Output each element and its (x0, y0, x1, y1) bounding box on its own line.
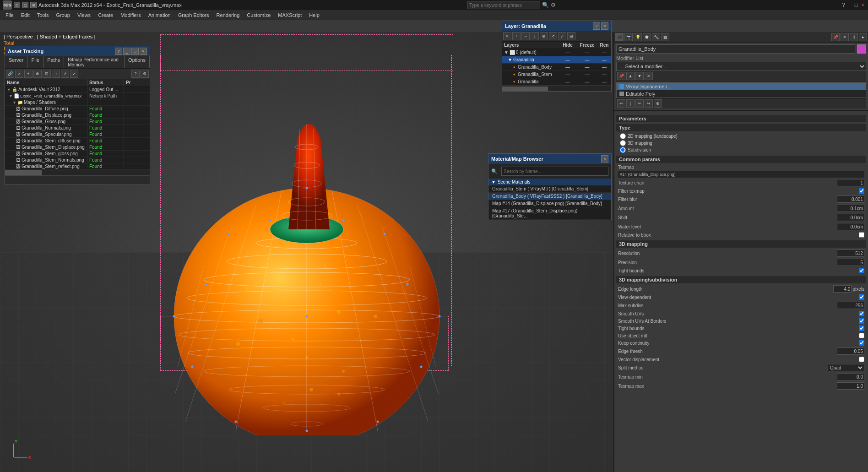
layer-help-button[interactable]: ? (593, 22, 600, 30)
layer-item-stem[interactable]: 🔸 Granadilla_Stem — — — (502, 71, 611, 78)
menu-group[interactable]: Group (52, 11, 74, 19)
radio-subdivision-input[interactable] (620, 147, 626, 153)
asset-menu-bitmap[interactable]: Bitmap Performance and Memory (64, 56, 125, 68)
asset-tool-8[interactable]: ↙ (70, 70, 78, 78)
help-button[interactable]: ? (841, 2, 846, 8)
layer-hide-stem[interactable]: — (559, 71, 577, 78)
layer-close-button[interactable]: × (601, 22, 608, 30)
layer-tree[interactable]: ▼ ⬜ 0 (default) — — — ▼ Granadilla — — —… (502, 49, 611, 86)
rt-icon-info[interactable]: ℹ (850, 33, 858, 41)
use-object-mtl-checkbox[interactable] (859, 333, 864, 338)
mat-item-stem[interactable]: Granadilla_Stem ( VRayMtl ) [Granadilla_… (488, 185, 611, 193)
layer-ren-granadilla2[interactable]: — (597, 78, 611, 85)
radio-3d-mapping[interactable]: 3D mapping (620, 140, 863, 146)
radio-3d-mapping-input[interactable] (620, 140, 626, 146)
layer-hide-default[interactable]: — (559, 49, 577, 56)
title-bar-window-controls[interactable]: ⊡ ◻ ⊞ (14, 2, 37, 8)
texture-chan-value[interactable]: 1 (837, 179, 864, 186)
resolution-value[interactable]: 512 (837, 250, 864, 257)
smooth-uvs-checkbox[interactable] (859, 311, 864, 316)
menu-file[interactable]: File (2, 11, 17, 19)
asset-row-displace[interactable]: 🖼 Granadilla_Displace.png Found (5, 112, 150, 119)
layer-ren-default[interactable]: — (597, 49, 611, 56)
menu-tools[interactable]: Tools (33, 11, 53, 19)
keep-continuity-checkbox[interactable] (859, 340, 864, 346)
asset-tracking-controls[interactable]: ? _ □ × (115, 48, 147, 55)
layer-tool-1[interactable]: × (503, 32, 511, 40)
mod-bt-5[interactable]: ⊕ (654, 99, 662, 108)
layer-tool-5[interactable]: ⊕ (540, 32, 548, 40)
asset-row-stem-normals[interactable]: 🖼 Granadilla_Stem_Normals.png Found (5, 157, 150, 163)
layer-item-granadilla[interactable]: ▼ Granadilla — — — (502, 56, 611, 64)
restore-button[interactable]: ⊡ (14, 2, 20, 8)
layer-freeze-granadilla[interactable]: — (577, 56, 597, 63)
asset-help-button[interactable]: ? (115, 48, 122, 55)
asset-tracking-titlebar[interactable]: Asset Tracking ? _ □ × (5, 46, 150, 56)
asset-close-button[interactable]: × (140, 48, 147, 55)
mod-pin-button[interactable]: 📌 (617, 72, 625, 80)
menu-create[interactable]: Create (94, 11, 117, 19)
layer-scrollbar[interactable] (502, 86, 611, 91)
color-swatch[interactable] (857, 44, 866, 54)
arrange-button[interactable]: ⊞ (30, 2, 37, 8)
asset-tool-settings[interactable]: ⚙ (141, 70, 149, 78)
modifier-list-dropdown[interactable]: -- Select a modifier -- (616, 62, 866, 71)
asset-tree[interactable]: ▼ 🔒 Autodesk Vault 2012 Logged Out ... ▼… (5, 87, 150, 170)
layer-ren-stem[interactable]: — (597, 71, 611, 78)
modifier-editable-poly[interactable]: Editable Poly (617, 90, 866, 98)
split-method-dropdown[interactable]: Quad Triangle (828, 364, 864, 371)
layer-panel-titlebar[interactable]: Layer: Granadilla ? × (502, 21, 611, 31)
rt-icon-4[interactable]: ⬟ (643, 33, 651, 41)
menu-maxscript[interactable]: MAXScript (274, 11, 305, 19)
tight-bounds-checkbox[interactable] (859, 268, 864, 273)
asset-menu-options[interactable]: Options (125, 56, 150, 68)
title-right-controls[interactable]: ? _ □ × (841, 2, 865, 8)
layer-item-body[interactable]: 🔸 Granadilla_Body — — — (502, 64, 611, 71)
layer-hide-body[interactable]: — (559, 64, 577, 71)
mat-item-stem-displace[interactable]: Map #17 (Granadilla_Stem_Displace.png) [… (488, 207, 611, 220)
layer-tool-8[interactable]: ⊞ (567, 32, 575, 40)
rt-icon-pin[interactable]: 📌 (831, 33, 840, 41)
asset-row-gloss[interactable]: 🖼 Granadilla_Gloss.png Found (5, 119, 150, 125)
asset-row-maps[interactable]: ▼ 📁 Maps / Shaders (5, 99, 150, 106)
layer-item-default[interactable]: ▼ ⬜ 0 (default) — — — (502, 49, 611, 56)
relative-bbox-checkbox[interactable] (859, 232, 864, 238)
menu-customize[interactable]: Customize (243, 11, 274, 19)
asset-scrollbar[interactable] (5, 170, 150, 175)
asset-row-stem-diffuse[interactable]: 🖼 Granadilla_Stem_diffuse.png Found (5, 138, 150, 144)
shift-value[interactable]: 0.0cm (837, 214, 864, 221)
asset-row-normals[interactable]: 🖼 Granadilla_Normals.png Found (5, 125, 150, 131)
asset-menu-server[interactable]: Server (5, 56, 27, 68)
texmap-value[interactable]: #14 (Granadilla_Displace.png) (618, 171, 864, 178)
rt-icon-layers[interactable]: ≡ (841, 33, 849, 41)
smooth-uvs-borders-checkbox[interactable] (859, 318, 864, 324)
mod-bt-1[interactable]: ↩ (617, 99, 625, 108)
material-browser-controls[interactable]: × (601, 155, 608, 163)
params-section-title[interactable]: Parameters (616, 115, 866, 122)
mod-bt-2[interactable]: | (626, 99, 635, 108)
asset-menu-file[interactable]: File (27, 56, 43, 68)
radio-subdivision[interactable]: Subdivision (620, 147, 863, 153)
menu-graph-editors[interactable]: Graph Editors (174, 11, 213, 19)
asset-tool-5[interactable]: ⊡ (43, 70, 51, 78)
layer-panel-controls[interactable]: ? × (593, 22, 608, 30)
asset-tool-4[interactable]: ⊕ (33, 70, 42, 78)
rt-icon-2[interactable]: 📷 (624, 33, 633, 41)
mod-bt-3[interactable]: ✂ (635, 99, 644, 108)
asset-minimize-button[interactable]: _ (123, 48, 130, 55)
precision-value[interactable]: 5 (837, 259, 864, 266)
mod-bt-4[interactable]: ↪ (645, 99, 653, 108)
search-options-icon[interactable]: ⚙ (551, 2, 556, 8)
layer-freeze-granadilla2[interactable]: — (577, 78, 597, 85)
rt-icon-3[interactable]: 💡 (634, 33, 642, 41)
rt-icon-5[interactable]: 🔧 (652, 33, 660, 41)
asset-row-specular[interactable]: 🖼 Granadilla_Specular.png Found (5, 131, 150, 138)
scene-materials-header[interactable]: ▼ Scene Materials (488, 179, 611, 185)
type-section-title[interactable]: Type (616, 124, 866, 131)
material-browser-titlebar[interactable]: Material/Map Browser × (488, 154, 611, 164)
max-subdivs-value[interactable]: 256 (837, 302, 864, 309)
modifier-vray-displacement[interactable]: VRayDisplacemen... (617, 83, 866, 90)
layer-freeze-default[interactable]: — (577, 49, 597, 56)
mod-arrow-down[interactable]: ▼ (635, 72, 644, 80)
asset-row-diffuse[interactable]: 🖼 Granadilla_Diffuse.png Found (5, 106, 150, 112)
